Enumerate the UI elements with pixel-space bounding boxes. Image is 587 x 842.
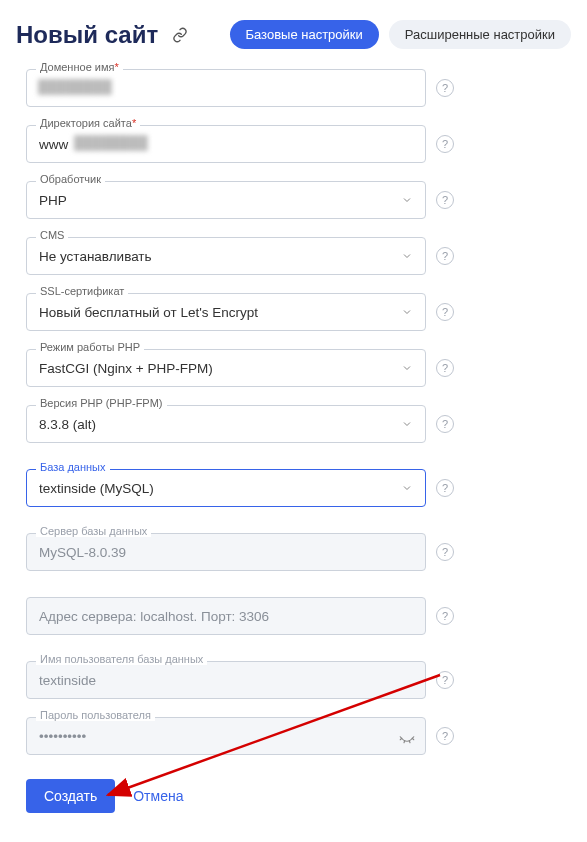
database-value: textinside (MySQL) — [39, 481, 154, 496]
chevron-down-icon — [401, 250, 413, 262]
domain-input[interactable] — [26, 69, 426, 107]
directory-label: Директория сайта* — [36, 117, 140, 129]
help-icon[interactable]: ? — [436, 135, 454, 153]
help-icon[interactable]: ? — [436, 79, 454, 97]
database-label: База данных — [36, 461, 110, 473]
help-icon[interactable]: ? — [436, 543, 454, 561]
db-address-input: Адрес сервера: localhost. Порт: 3306 — [26, 597, 426, 635]
help-icon[interactable]: ? — [436, 727, 454, 745]
php-mode-label: Режим работы PHP — [36, 341, 144, 353]
php-mode-value: FastCGI (Nginx + PHP-FPM) — [39, 361, 213, 376]
ssl-label: SSL-сертификат — [36, 285, 128, 297]
create-button[interactable]: Создать — [26, 779, 115, 813]
help-icon[interactable]: ? — [436, 607, 454, 625]
chevron-down-icon — [401, 194, 413, 206]
db-password-label: Пароль пользователя — [36, 709, 155, 721]
db-password-input — [26, 717, 426, 755]
cms-label: CMS — [36, 229, 68, 241]
help-icon[interactable]: ? — [436, 303, 454, 321]
cms-value: Не устанавливать — [39, 249, 152, 264]
tab-basic-settings[interactable]: Базовые настройки — [230, 20, 379, 49]
database-select[interactable]: textinside (MySQL) — [26, 469, 426, 507]
db-server-label: Сервер базы данных — [36, 525, 151, 537]
tab-advanced-settings[interactable]: Расширенные настройки — [389, 20, 571, 49]
eye-closed-icon[interactable] — [398, 727, 416, 745]
db-user-input — [26, 661, 426, 699]
php-version-select[interactable]: 8.3.8 (alt) — [26, 405, 426, 443]
chevron-down-icon — [401, 482, 413, 494]
domain-label: Доменное имя* — [36, 61, 123, 73]
cms-select[interactable]: Не устанавливать — [26, 237, 426, 275]
ssl-value: Новый бесплатный от Let's Encrypt — [39, 305, 258, 320]
handler-select[interactable]: PHP — [26, 181, 426, 219]
help-icon[interactable]: ? — [436, 191, 454, 209]
cancel-button[interactable]: Отмена — [133, 788, 183, 804]
page-title: Новый сайт — [16, 21, 158, 49]
db-user-label: Имя пользователя базы данных — [36, 653, 207, 665]
chevron-down-icon — [401, 362, 413, 374]
help-icon[interactable]: ? — [436, 247, 454, 265]
link-icon[interactable] — [172, 27, 188, 43]
help-icon[interactable]: ? — [436, 479, 454, 497]
chevron-down-icon — [401, 418, 413, 430]
help-icon[interactable]: ? — [436, 415, 454, 433]
php-version-label: Версия PHP (PHP-FPM) — [36, 397, 167, 409]
help-icon[interactable]: ? — [436, 359, 454, 377]
directory-input[interactable] — [26, 125, 426, 163]
db-server-input — [26, 533, 426, 571]
handler-label: Обработчик — [36, 173, 105, 185]
chevron-down-icon — [401, 306, 413, 318]
php-version-value: 8.3.8 (alt) — [39, 417, 96, 432]
php-mode-select[interactable]: FastCGI (Nginx + PHP-FPM) — [26, 349, 426, 387]
ssl-select[interactable]: Новый бесплатный от Let's Encrypt — [26, 293, 426, 331]
handler-value: PHP — [39, 193, 67, 208]
help-icon[interactable]: ? — [436, 671, 454, 689]
